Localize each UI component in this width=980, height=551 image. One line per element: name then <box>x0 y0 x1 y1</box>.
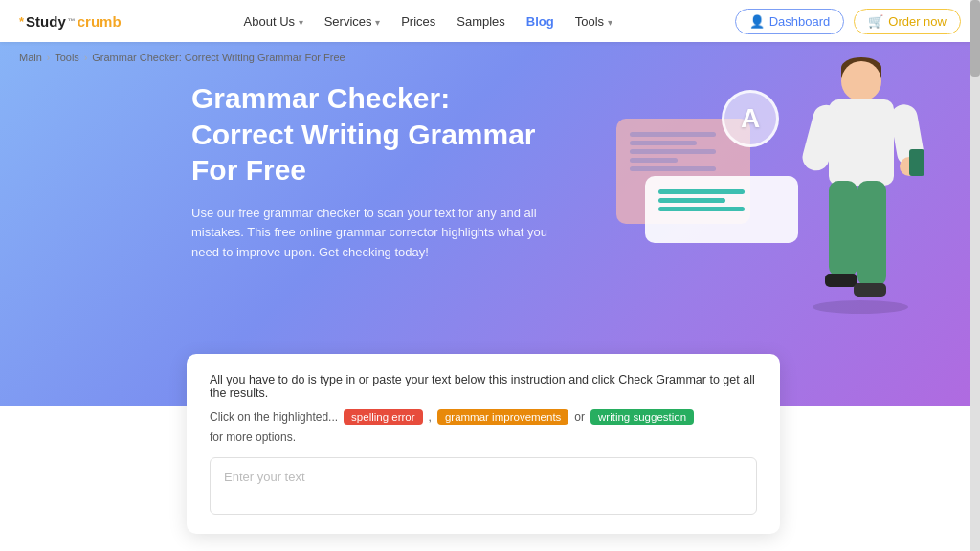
char-leg-right <box>858 181 886 286</box>
hero-content: Grammar Checker: Correct Writing Grammar… <box>191 80 555 263</box>
nav-samples[interactable]: Samples <box>457 14 505 29</box>
hero-section: Grammar Checker: Correct Writing Grammar… <box>0 42 980 406</box>
character-illustration <box>798 61 923 339</box>
scrollbar-thumb[interactable] <box>970 0 980 77</box>
breadcrumb-main[interactable]: Main <box>19 52 42 63</box>
textarea-placeholder: Enter your text <box>224 470 305 484</box>
char-shoe-left <box>825 274 858 287</box>
spelling-error-badge: spelling error <box>344 409 422 425</box>
doc-line <box>658 189 745 194</box>
logo-tm: ™ <box>68 17 76 26</box>
breadcrumb: Main › Tools › Grammar Checker: Correct … <box>19 52 345 63</box>
or-text: or <box>574 410 585 424</box>
chevron-icon: ▾ <box>608 17 612 28</box>
breadcrumb-tools[interactable]: Tools <box>55 52 79 63</box>
nav-tools[interactable]: Tools ▾ <box>575 14 612 29</box>
hero-description: Use our free grammar checker to scan you… <box>191 204 555 263</box>
user-icon: 👤 <box>749 14 765 29</box>
breadcrumb-current: Grammar Checker: Correct Writing Grammar… <box>92 52 345 63</box>
logo-star: * <box>19 14 24 29</box>
nav-prices[interactable]: Prices <box>401 14 435 29</box>
char-head <box>841 61 881 101</box>
writing-badge: writing suggestion <box>590 409 694 425</box>
doc-line <box>658 207 745 211</box>
cart-icon: 🛒 <box>868 14 883 29</box>
comma-sep: , <box>429 410 432 424</box>
nav-blog[interactable]: Blog <box>526 14 554 29</box>
chevron-icon: ▾ <box>299 17 303 28</box>
breadcrumb-sep: › <box>47 53 50 63</box>
breadcrumb-sep: › <box>84 53 87 63</box>
logo-crumb: crumb <box>78 13 122 30</box>
doc-line <box>630 149 716 154</box>
doc-card-front <box>645 176 798 243</box>
doc-line <box>630 166 716 171</box>
grammar-text-input[interactable]: Enter your text <box>210 457 757 515</box>
grammar-badge: grammar improvements <box>437 409 568 425</box>
nav-links: About Us ▾ Services ▾ Prices Samples Blo… <box>244 14 612 29</box>
tool-legend: Click on the highlighted... spelling err… <box>210 409 757 444</box>
chevron-icon: ▾ <box>375 17 380 28</box>
doc-line <box>658 198 725 203</box>
logo-study: Study <box>26 13 66 30</box>
doc-line <box>630 158 678 163</box>
navbar: * Study ™ crumb About Us ▾ Services ▾ Pr… <box>0 0 980 42</box>
logo: * Study ™ crumb <box>19 13 122 30</box>
order-label: Order now <box>888 14 947 29</box>
nav-buttons: 👤 Dashboard 🛒 Order now <box>735 9 961 34</box>
order-button[interactable]: 🛒 Order now <box>854 9 961 34</box>
doc-line <box>630 141 697 145</box>
hero-title: Grammar Checker: Correct Writing Grammar… <box>191 80 555 188</box>
tool-panel: All you have to do is type in or paste y… <box>187 354 780 534</box>
scrollbar[interactable] <box>970 0 980 551</box>
dashboard-label: Dashboard <box>769 14 831 29</box>
tool-instruction: All you have to do is type in or paste y… <box>210 373 757 400</box>
char-phone <box>909 149 924 176</box>
hero-illustration: A <box>616 71 923 358</box>
char-leg-left <box>829 181 858 276</box>
legend-suffix: for more options. <box>210 430 296 444</box>
legend-prefix: Click on the highlighted... <box>210 410 338 424</box>
nav-about[interactable]: About Us ▾ <box>244 14 303 29</box>
a-badge: A <box>722 90 779 147</box>
doc-line <box>630 132 716 137</box>
nav-services[interactable]: Services ▾ <box>324 14 380 29</box>
char-shadow <box>813 300 908 314</box>
char-shoe-right <box>854 283 886 297</box>
dashboard-button[interactable]: 👤 Dashboard <box>735 9 845 34</box>
